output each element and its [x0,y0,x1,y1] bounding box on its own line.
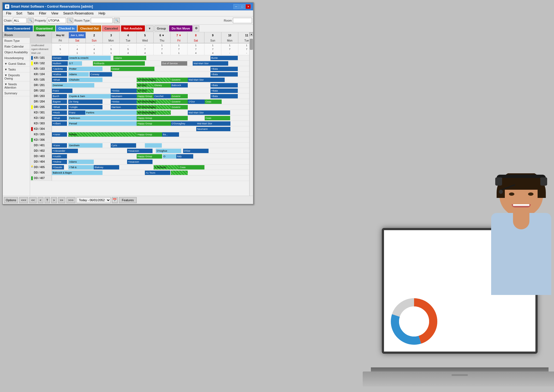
booking-parsad[interactable]: Parsad [68,121,137,126]
booking-out-of-service[interactable]: Out of Service [161,61,187,66]
booking-neumann-kd304[interactable]: Neumann [196,127,230,131]
booking-franz-dr202[interactable]: Franz [52,89,72,93]
booking-albert[interactable]: +Albert [52,121,67,126]
booking-bhatt-kr105[interactable]: +Bhatt [52,78,67,82]
booking-ba-kd305[interactable]: Ba... [162,132,179,137]
sidebar-item-summary[interactable]: Summary [3,90,30,96]
room-timeline-dr202[interactable]: Franz +Inniss 3M Tech +Bata [52,88,249,93]
booking-aerer[interactable]: +Aerer [52,132,67,137]
checked-out-button[interactable]: Checked Out [78,25,101,31]
booking-jackma[interactable]: +Jackma [52,67,67,71]
booking-adams-kr104[interactable]: Adams [68,72,89,77]
booking-babcock-dr201[interactable]: Babcock [171,83,188,87]
sidebar-item-housekeeping[interactable]: Housekeeping [3,55,30,61]
checked-in-button[interactable]: Checked In [56,25,77,31]
room-timeline-kr101[interactable]: Osmani Amechi & Amechi Adams Bunte [52,55,249,61]
booking-neumann-dr203[interactable]: Neumann [111,94,137,98]
do-not-move-button[interactable]: Do Not Move [169,25,192,31]
booking-odor-dd402[interactable]: O'Dor [183,149,209,153]
booking-a1tours[interactable]: A1 Tours [145,171,170,175]
booking-3m-dr202[interactable]: 3M Tech [137,89,154,93]
booking-issacson-dd404[interactable]: +Issacson [127,160,153,164]
booking-ceasar[interactable]: Ceasar [111,67,154,71]
booking-governr-kr105[interactable]: Governr [171,78,188,82]
booking-walmart-kd303[interactable]: Wal-Mart Stor [196,121,230,126]
room-timeline-kd301[interactable]: +Hock Franz Parkins 3M Technologies Wal-… [52,110,249,115]
booking-zeyong[interactable]: Ze-Yong [68,100,102,104]
menu-sort[interactable]: Sort [14,11,24,16]
booking-3m-kr105[interactable]: 3M Technologies [137,78,171,82]
date-select[interactable]: Today - 06/01/2052 [77,197,111,203]
nav-prev2-button[interactable]: << [29,197,37,203]
booking-bata-kr103[interactable]: +Bata [210,67,238,71]
sidebar-item-object-availability[interactable]: Object Availability [3,49,30,55]
property-search-button[interactable]: 🔍 [67,18,73,23]
booking-walmart-kr105[interactable]: Wal-Mart Stor [188,78,225,82]
booking-3m-dr201[interactable]: 3M Tech [137,83,154,87]
booking-bata-dr202[interactable]: +Bata [210,89,238,93]
booking-inniss-dr204[interactable]: +Inniss [111,100,137,104]
room-input[interactable] [233,18,252,23]
booking-gershwin[interactable]: Gershwin [68,143,102,148]
menu-tabs[interactable]: Tabs [25,11,36,16]
features-button[interactable]: Features [119,197,137,203]
booking-3-technolo[interactable]: 3 Technolo [154,165,179,169]
booking-o-dd403[interactable]: O [163,154,176,159]
menu-filter[interactable]: Filter [37,11,49,16]
booking-hudson[interactable]: Hudson [52,61,68,66]
booking-cyris[interactable]: Cyris [111,143,136,148]
booking-kalina[interactable]: +Kalina [52,72,67,77]
sidebar-item-room[interactable]: Room [3,32,30,38]
room-timeline-dd406[interactable]: Babcock & Bagre A1 Tours [52,170,249,175]
booking-alexander[interactable]: +Alexander [52,149,78,153]
booking-uniglo[interactable]: +Uniglo [68,105,102,109]
close-button[interactable]: ✕ [245,4,251,9]
booking-ceas-dd405[interactable]: Ceas [179,165,204,169]
booking-protter[interactable]: Protter [68,67,102,71]
booking-empty-dd406[interactable] [171,171,188,175]
booking-empty-dd401[interactable] [145,143,162,148]
sidebar-item-room-type[interactable]: Room Type [3,38,30,44]
room-timeline-kr105[interactable]: +Bhatt Chisholm 3M Technologies Governr … [52,77,249,83]
booking-babcock-bagre[interactable]: Babcock & Bagre [52,171,102,175]
nav-first-button[interactable]: <<< [19,197,28,203]
sidebar-item-tasks[interactable]: ▼ Tasks [3,67,30,72]
sidebar-item-guest-status[interactable]: ▼ Guest Status [3,61,30,67]
booking-onoghue[interactable]: O'noghue [156,149,181,153]
nav-today-button[interactable]: T [45,197,50,203]
options-button[interactable]: Options [4,197,18,203]
booking-kane[interactable]: +Kane [52,143,67,148]
booking-amechi[interactable]: Amechi & Amechi [68,56,111,60]
room-timeline-dd403[interactable]: +Austin Happy Group O Italy [52,154,249,159]
booking-issacson-dd402[interactable]: +Issacson [127,149,153,153]
menu-file[interactable]: File [4,11,13,16]
booking-coyote[interactable]: Coyote & Sam [68,94,111,98]
booking-3m-kd301[interactable]: 3M Technologies [137,110,171,115]
booking-bata-dr201[interactable]: +Bata [210,83,238,87]
booking-bata-kr104[interactable]: +Bata [210,72,238,77]
booking-hock[interactable]: +Hock [52,110,67,115]
booking-governr-dr203[interactable]: Governr [171,94,188,98]
booking-austin[interactable]: +Austin [52,154,67,159]
canceled-button[interactable]: Canceled [102,25,120,31]
non-guaranteed-button[interactable]: Non Guaranteed [4,25,33,31]
scroll-up-button[interactable]: ▲ [250,32,253,36]
booking-walmart-kr102[interactable]: Wal-Mart Stor [193,61,228,66]
menu-view[interactable]: View [49,11,60,16]
booking-walmart-kd301[interactable]: Wal-Mart Stor [188,110,230,115]
booking-odor-dr204[interactable]: O'Dor [188,100,205,104]
menu-search-reservations[interactable]: Search Reservations [61,11,96,16]
menu-help[interactable]: Help [96,11,108,16]
nav-prev-button[interactable]: < [38,197,43,203]
booking-bhatt-dr205[interactable]: +Bhatt [52,105,67,109]
booking-holme[interactable]: +Holme [52,160,67,164]
room-timeline-dd401[interactable]: +Kane Gershwin Cyris [52,143,249,148]
room-type-search-button[interactable]: 🔍 [114,18,120,23]
booking-harrison[interactable]: Harrison [111,105,137,109]
booking-3m-dr204[interactable]: 3M Technologies [137,100,171,104]
booking-burch[interactable]: Burch [52,94,67,98]
settings-button[interactable]: ⚙ [193,25,199,31]
booking-disney[interactable]: Disney [154,83,171,87]
scroll-thumb[interactable] [250,39,253,50]
scroll-track[interactable] [250,36,253,197]
